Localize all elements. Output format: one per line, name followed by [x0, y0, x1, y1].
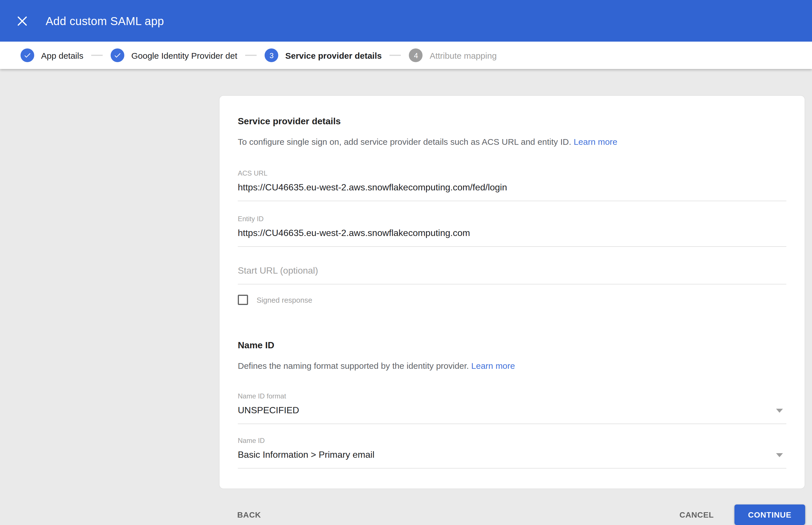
learn-more-link[interactable]: Learn more — [471, 361, 515, 371]
step-service-provider-details[interactable]: 3 Service provider details — [265, 48, 382, 62]
name-id-format-label: Name ID format — [238, 392, 786, 400]
signed-response-label: Signed response — [256, 296, 312, 304]
chevron-down-icon — [776, 453, 783, 457]
entity-id-field: Entity ID — [238, 215, 786, 247]
step-4-label: Attribute mapping — [430, 50, 497, 60]
add-custom-saml-app-dialog: Add custom SAML app App details Google I… — [0, 0, 812, 525]
footer-actions: BACK CANCEL CONTINUE — [237, 505, 805, 525]
start-url-input[interactable] — [238, 260, 786, 284]
step-3-label: Service provider details — [285, 50, 382, 60]
name-id-field: Name ID Basic Information > Primary emai… — [238, 437, 786, 468]
step-separator — [245, 55, 256, 56]
acs-url-input[interactable] — [238, 177, 786, 201]
name-id-description-text: Defines the naming format supported by t… — [238, 361, 469, 371]
cancel-button[interactable]: CANCEL — [679, 510, 714, 519]
back-button[interactable]: BACK — [237, 510, 261, 519]
step-attribute-mapping[interactable]: 4 Attribute mapping — [409, 48, 497, 62]
continue-button[interactable]: CONTINUE — [734, 505, 805, 525]
entity-id-label: Entity ID — [238, 215, 786, 223]
step-app-details[interactable]: App details — [20, 48, 83, 62]
card-description-text: To configure single sign on, add service… — [238, 137, 571, 147]
step-2-circle — [110, 48, 124, 62]
acs-url-label: ACS URL — [238, 169, 786, 177]
step-3-number: 3 — [269, 51, 274, 60]
signed-response-row: Signed response — [238, 295, 786, 305]
name-id-section: Name ID Defines the naming format suppor… — [238, 340, 786, 468]
chevron-down-icon — [776, 408, 783, 412]
name-id-label: Name ID — [238, 437, 786, 445]
name-id-format-field: Name ID format UNSPECIFIED — [238, 392, 786, 424]
name-id-format-value: UNSPECIFIED — [238, 405, 299, 416]
name-id-description: Defines the naming format supported by t… — [238, 360, 786, 372]
step-separator — [91, 55, 103, 56]
dialog-title: Add custom SAML app — [46, 15, 164, 28]
step-4-circle: 4 — [409, 48, 423, 62]
acs-url-field: ACS URL — [238, 169, 786, 201]
close-icon — [18, 16, 27, 25]
close-button[interactable] — [14, 12, 31, 29]
name-id-value: Basic Information > Primary email — [238, 450, 374, 460]
learn-more-link[interactable]: Learn more — [574, 137, 617, 147]
card-description: To configure single sign on, add service… — [238, 136, 786, 148]
step-1-label: App details — [41, 50, 83, 60]
step-2-label: Google Identity Provider details — [131, 50, 237, 60]
step-1-circle — [20, 48, 34, 62]
step-3-circle: 3 — [265, 48, 278, 62]
step-4-number: 4 — [414, 51, 418, 60]
appbar: Add custom SAML app — [0, 0, 812, 42]
service-provider-details-card: Service provider details To configure si… — [219, 95, 805, 489]
entity-id-input[interactable] — [238, 223, 786, 247]
stepper: App details Google Identity Provider det… — [0, 42, 812, 69]
check-icon — [114, 51, 121, 59]
step-separator — [390, 55, 401, 56]
start-url-field — [238, 260, 786, 284]
check-icon — [24, 51, 31, 59]
name-id-format-select[interactable]: UNSPECIFIED — [238, 400, 786, 424]
signed-response-checkbox[interactable] — [238, 295, 248, 305]
main-area: Service provider details To configure si… — [0, 69, 812, 525]
card-title: Service provider details — [238, 116, 786, 126]
name-id-title: Name ID — [238, 340, 786, 350]
step-google-idp-details[interactable]: Google Identity Provider details — [110, 48, 237, 62]
name-id-select[interactable]: Basic Information > Primary email — [238, 445, 786, 468]
